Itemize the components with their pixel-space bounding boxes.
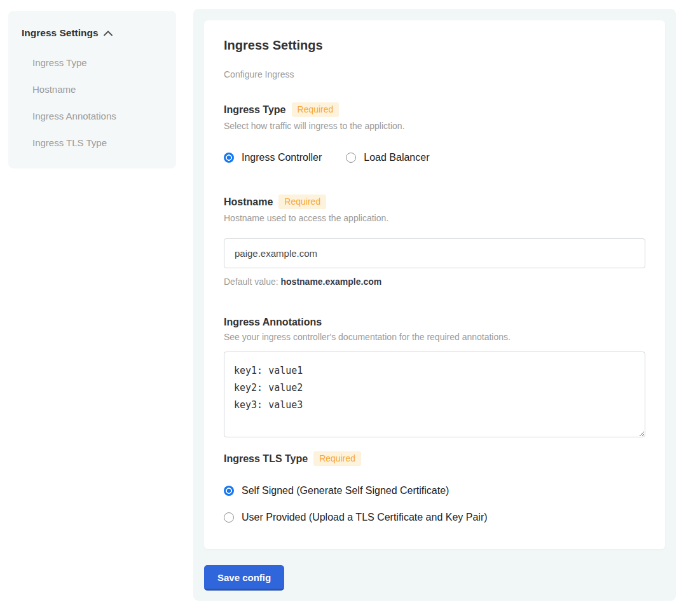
save-config-button[interactable]: Save config xyxy=(204,565,284,591)
section-ingress-annotations: Ingress Annotations See your ingress con… xyxy=(224,317,645,437)
ingress-type-help: Select how traffic will ingress to the a… xyxy=(224,121,645,131)
section-ingress-tls-type: Ingress TLS Type Required Self Signed (G… xyxy=(224,451,645,523)
ingress-type-radio-group: Ingress Controller Load Balancer xyxy=(224,152,645,163)
ingress-annotations-help: See your ingress controller's documentat… xyxy=(224,332,645,342)
radio-unselected-icon[interactable] xyxy=(346,153,356,163)
radio-user-provided[interactable]: User Provided (Upload a TLS Certificate … xyxy=(224,512,645,523)
default-value-text: hostname.example.com xyxy=(281,277,382,287)
radio-selected-icon[interactable] xyxy=(224,486,234,496)
page-subtitle: Configure Ingress xyxy=(224,69,645,79)
default-value-label: Default value: xyxy=(224,277,278,287)
radio-label: Load Balancer xyxy=(364,152,429,163)
hostname-input[interactable] xyxy=(224,238,645,268)
radio-selected-icon[interactable] xyxy=(224,153,234,163)
ingress-annotations-textarea[interactable]: key1: value1 key2: value2 key3: value3 xyxy=(224,352,645,437)
sidebar-item-ingress-annotations[interactable]: Ingress Annotations xyxy=(22,103,163,130)
radio-unselected-icon[interactable] xyxy=(224,512,234,523)
ingress-annotations-label: Ingress Annotations xyxy=(224,317,322,328)
radio-label: User Provided (Upload a TLS Certificate … xyxy=(242,512,488,523)
section-ingress-type: Ingress Type Required Select how traffic… xyxy=(224,102,645,163)
radio-label: Self Signed (Generate Self Signed Certif… xyxy=(242,485,449,496)
ingress-tls-radio-group: Self Signed (Generate Self Signed Certif… xyxy=(224,485,645,523)
sidebar-item-ingress-tls-type[interactable]: Ingress TLS Type xyxy=(22,130,163,156)
hostname-label: Hostname xyxy=(224,196,273,208)
sidebar-item-hostname[interactable]: Hostname xyxy=(22,76,163,103)
radio-ingress-controller[interactable]: Ingress Controller xyxy=(224,152,322,163)
chevron-up-icon xyxy=(104,31,113,36)
hostname-default-value: Default value: hostname.example.com xyxy=(224,277,645,287)
radio-load-balancer[interactable]: Load Balancer xyxy=(346,152,429,163)
config-sidebar: Ingress Settings Ingress Type Hostname I… xyxy=(8,11,176,168)
ingress-type-label: Ingress Type xyxy=(224,104,286,116)
config-main-panel: Ingress Settings Configure Ingress Ingre… xyxy=(193,9,676,601)
required-badge: Required xyxy=(278,195,326,209)
hostname-help: Hostname used to access the application. xyxy=(224,213,645,223)
required-badge: Required xyxy=(313,451,361,466)
section-hostname: Hostname Required Hostname used to acces… xyxy=(224,195,645,287)
sidebar-item-ingress-type[interactable]: Ingress Type xyxy=(22,50,163,76)
radio-label: Ingress Controller xyxy=(242,152,322,163)
page-title: Ingress Settings xyxy=(224,38,645,53)
radio-self-signed[interactable]: Self Signed (Generate Self Signed Certif… xyxy=(224,485,645,496)
required-badge: Required xyxy=(292,102,340,117)
sidebar-group-ingress-settings[interactable]: Ingress Settings xyxy=(22,27,163,39)
ingress-tls-type-label: Ingress TLS Type xyxy=(224,453,308,465)
sidebar-item-list: Ingress Type Hostname Ingress Annotation… xyxy=(22,50,163,156)
ingress-settings-card: Ingress Settings Configure Ingress Ingre… xyxy=(204,20,665,549)
sidebar-group-label: Ingress Settings xyxy=(22,27,99,39)
